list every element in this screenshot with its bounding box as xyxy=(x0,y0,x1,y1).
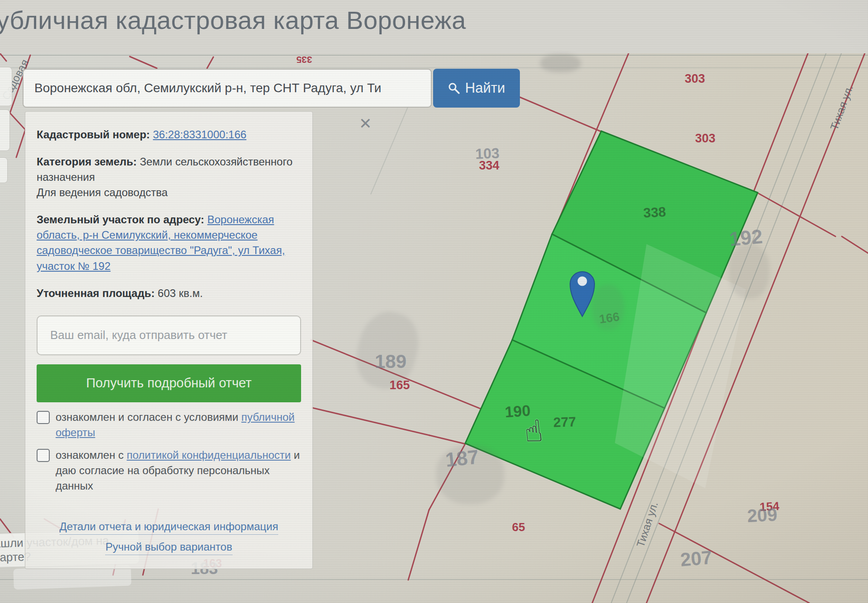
parcel-info-panel: Кадастровый номер: 36:28:8331000:166 Кат… xyxy=(25,111,313,569)
search-input[interactable] xyxy=(23,69,432,108)
parcel-area-label: Уточненная площадь: xyxy=(37,287,158,299)
search-button-label: Найти xyxy=(465,80,505,96)
cadastral-number-link[interactable]: 36:28:8331000:166 xyxy=(153,128,246,141)
map-control-box[interactable] xyxy=(0,109,10,151)
shadow-blob xyxy=(540,54,581,72)
shadow-blob xyxy=(436,445,504,504)
privacy-consent-checkbox[interactable] xyxy=(37,449,50,462)
map-control-box[interactable] xyxy=(0,157,8,183)
offer-consent-label: ознакомлен и согласен с условиями публич… xyxy=(56,410,301,440)
parcel-area-row: Уточненная площадь: 603 кв.м. xyxy=(37,286,301,301)
manual-select-link[interactable]: Ручной выбор вариантов xyxy=(105,539,232,555)
parcel-address-label: Земельный участок по адресу: xyxy=(37,213,207,226)
privacy-consent-label: ознакомлен с политикой конфиденциальност… xyxy=(56,448,301,494)
offer-consent-checkbox[interactable] xyxy=(37,411,50,424)
hand-cursor-icon: ☝ xyxy=(523,413,544,450)
parcel-address-row: Земельный участок по адресу: Воронежская… xyxy=(37,212,301,273)
offer-consent-row: ознакомлен и согласен с условиями публич… xyxy=(37,410,301,440)
land-use-value: Для ведения садоводства xyxy=(37,185,301,200)
page-title: убличная кадастровая карта Воронежа xyxy=(0,5,466,35)
land-category-label: Категория земель: xyxy=(37,155,140,168)
cadastral-number-label: Кадастровый номер: xyxy=(37,128,153,141)
privacy-consent-row: ознакомлен с политикой конфиденциальност… xyxy=(37,448,301,494)
shadow-blob xyxy=(729,244,769,298)
land-category-row: Категория земель: Земли сельскохозяйстве… xyxy=(37,154,301,200)
report-details-link[interactable]: Детали отчета и юридическая информация xyxy=(60,519,278,535)
get-report-button[interactable]: Получить подробный отчет xyxy=(37,364,301,402)
search-icon xyxy=(448,82,460,94)
cadastral-number-row: Кадастровый номер: 36:28:8331000:166 xyxy=(37,127,301,142)
privacy-consent-text: ознакомлен с xyxy=(56,449,127,461)
shadow-blob xyxy=(592,285,624,330)
parcel-area-value: 603 кв.м. xyxy=(158,287,203,299)
offer-consent-text: ознакомлен и согласен с условиями xyxy=(56,411,241,423)
cadastral-map-page: убличная кадастровая карта Воронежа Найт… xyxy=(0,0,868,603)
map-control-box[interactable] xyxy=(0,67,12,106)
close-icon[interactable]: ✕ xyxy=(359,116,372,131)
search-button[interactable]: Найти xyxy=(433,69,520,108)
email-field[interactable] xyxy=(37,316,301,355)
panel-footer-links: Детали отчета и юридическая информация Р… xyxy=(37,514,301,555)
privacy-policy-link[interactable]: политикой конфиденциальности xyxy=(127,449,291,461)
